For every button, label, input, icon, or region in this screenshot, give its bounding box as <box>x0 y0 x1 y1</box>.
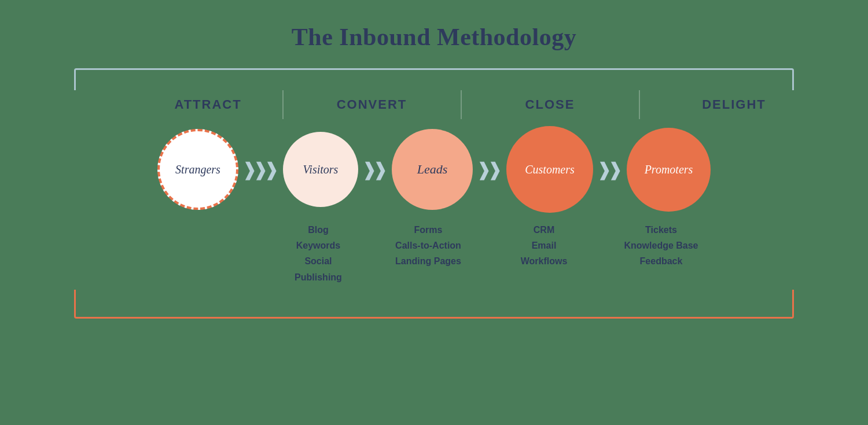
promoters-info-line1: Tickets <box>619 222 703 238</box>
promoters-info: Tickets Knowledge Base Feedback <box>619 222 703 269</box>
phase-close-label-container: CLOSE <box>475 97 626 112</box>
chevron-3b: ❱ <box>487 160 503 179</box>
visitors-label: Visitors <box>303 163 339 176</box>
divider-2 <box>461 90 462 119</box>
node-promoters: Promoters <box>627 128 711 212</box>
main-title: The Inbound Methodology <box>292 23 576 51</box>
arrow-visitors-leads: ❱ ❱ <box>364 160 386 179</box>
customers-label: Customers <box>525 163 575 176</box>
main-circles-area: Strangers ❱ ❱ ❱ Visitors ❱ ❱ <box>35 126 833 213</box>
arrow-strangers-visitors: ❱ ❱ ❱ <box>244 160 277 179</box>
leads-info-line2: Calls-to-Action <box>388 238 469 253</box>
visitors-info-line3: Social Publishing <box>281 253 356 284</box>
chevron-2b: ❱ <box>373 160 388 179</box>
phase-close-label: CLOSE <box>525 97 575 112</box>
customers-info: CRM Email Workflows <box>501 222 587 269</box>
leads-info-line3: Landing Pages <box>388 253 469 269</box>
customers-info-line2: Email <box>501 238 587 253</box>
diagram-wrapper: The Inbound Methodology ATTRACT CONVERT … <box>6 6 862 419</box>
circle-visitors: Visitors <box>283 132 358 207</box>
phases-labels-row: ATTRACT CONVERT CLOSE DELIGHT <box>35 90 833 119</box>
phase-attract-label: ATTRACT <box>174 97 241 112</box>
arrow-leads-customers: ❱ ❱ <box>479 160 501 179</box>
circle-strangers: Strangers <box>157 129 238 210</box>
divider-1 <box>282 90 284 119</box>
node-leads: Leads <box>392 129 473 210</box>
leads-info: Forms Calls-to-Action Landing Pages <box>388 222 469 269</box>
customers-info-line3: Workflows <box>501 253 587 269</box>
node-strangers: Strangers <box>157 129 238 210</box>
chevron-1c: ❱ <box>264 160 279 179</box>
node-customers: Customers <box>506 126 593 213</box>
visitors-info: Blog Keywords Social Publishing <box>281 222 356 285</box>
bottom-feedback-loop <box>74 290 794 319</box>
visitors-info-line2: Keywords <box>281 238 356 253</box>
circle-customers: Customers <box>506 126 593 213</box>
customers-info-line1: CRM <box>501 222 587 238</box>
promoters-label: Promoters <box>645 163 693 176</box>
circle-promoters: Promoters <box>627 128 711 212</box>
phase-delight-label-container: DELIGHT <box>653 97 815 112</box>
phase-delight-label: DELIGHT <box>702 97 766 112</box>
circle-leads: Leads <box>392 129 473 210</box>
phase-attract-label-container: ATTRACT <box>148 97 269 112</box>
leads-info-line1: Forms <box>388 222 469 238</box>
phase-convert-label-container: CONVERT <box>297 97 447 112</box>
promoters-info-line3: Feedback <box>619 253 703 269</box>
phase-convert-label: CONVERT <box>337 97 407 112</box>
bottom-info-row: Blog Keywords Social Publishing Forms Ca… <box>35 222 833 285</box>
bottom-loop-container <box>35 290 833 319</box>
visitors-info-line1: Blog <box>281 222 356 238</box>
chevron-4b: ❱ <box>608 160 623 179</box>
promoters-info-line2: Knowledge Base <box>619 238 703 253</box>
content-area: ATTRACT CONVERT CLOSE DELIGHT Strangers <box>35 68 833 319</box>
strangers-label: Strangers <box>175 163 220 176</box>
divider-3 <box>639 90 640 119</box>
top-feedback-line <box>74 68 794 90</box>
arrow-customers-promoters: ❱ ❱ <box>599 160 621 179</box>
node-visitors: Visitors <box>283 132 358 207</box>
leads-label: Leads <box>417 162 448 177</box>
